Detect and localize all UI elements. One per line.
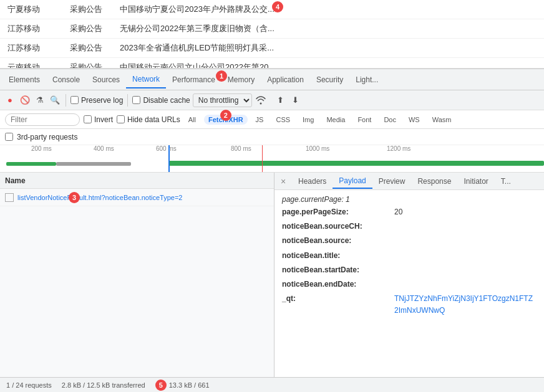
search-icon[interactable]: 🔍: [49, 94, 61, 107]
tab-memory[interactable]: Memory: [221, 72, 261, 88]
tab-performance[interactable]: Performance: [166, 72, 221, 88]
tab-sources[interactable]: Sources: [86, 72, 126, 88]
tab-security[interactable]: Security: [310, 72, 349, 88]
filter-media[interactable]: Media: [322, 115, 349, 125]
main-split: Name listVendorNoticeResult.html?noticeB…: [0, 173, 544, 377]
table-row: 宁夏移动采购公告中国移动宁夏公司2023年户外路牌及公交...: [0, 0, 544, 19]
request-row[interactable]: listVendorNoticeResult.html?noticeBean.n…: [0, 189, 274, 206]
detail-body: page.currentPage: 1 page.perPageSize:20n…: [274, 190, 544, 377]
tab-lighthouse[interactable]: Light...: [349, 72, 384, 88]
timeline-grey-bar: [56, 162, 131, 166]
tick-1000: 1000 ms: [306, 145, 329, 152]
tick-1200: 1200 ms: [387, 145, 410, 152]
detail-param: noticeBean.source:: [282, 235, 537, 247]
badge-2: 2: [220, 110, 231, 121]
status-size: 5 13.3 kB / 661: [155, 380, 210, 391]
request-list-body[interactable]: listVendorNoticeResult.html?noticeBean.n…: [0, 189, 274, 377]
timeline-green-bar: [6, 162, 56, 166]
badge-3: 3: [69, 192, 80, 203]
close-detail-button[interactable]: ×: [277, 175, 289, 188]
separator-1: [66, 94, 66, 107]
tab-elements[interactable]: Elements: [2, 72, 46, 88]
filter-ws[interactable]: WS: [404, 115, 424, 125]
tab-console[interactable]: Console: [46, 72, 86, 88]
top-table: 宁夏移动采购公告中国移动宁夏公司2023年户外路牌及公交...江苏移动采购公告无…: [0, 0, 544, 69]
table-row: 江苏移动采购公告无锡分公司2022年第三季度废旧物资（含...: [0, 19, 544, 39]
download-icon[interactable]: ⬇: [289, 94, 302, 107]
detail-param: noticeBean.startDate:: [282, 264, 537, 276]
request-file-icon: [5, 193, 14, 202]
detail-tab-bar: × Headers Payload Preview Response Initi…: [274, 173, 544, 190]
badge-1: 1: [216, 70, 227, 82]
detail-param: noticeBean.endDate:: [282, 279, 537, 290]
detail-param: _qt:TNjJTZYzNhFmYiZjN3IjY1FTOzgzN1FTZ2Im…: [282, 293, 537, 317]
tick-800: 800 ms: [231, 145, 251, 152]
table-row: 云南移动采购公告中国移动云南公司文山分公司2022年第20...: [0, 58, 544, 69]
third-party-checkbox[interactable]: [5, 133, 13, 141]
invert-checkbox[interactable]: Invert: [84, 115, 113, 124]
detail-tab-headers[interactable]: Headers: [292, 174, 333, 188]
stop-button[interactable]: 🚫: [19, 94, 31, 107]
detail-tab-payload[interactable]: Payload: [333, 174, 372, 189]
tick-600: 600 ms: [156, 145, 177, 152]
filter-wasm[interactable]: Wasm: [428, 115, 456, 125]
page-current-truncated: page.currentPage: 1: [282, 195, 537, 204]
filter-input[interactable]: [5, 113, 80, 126]
badge-5: 5: [155, 380, 167, 391]
status-bar: 1 / 24 requests 2.8 kB / 12.5 kB transfe…: [0, 377, 544, 392]
wifi-icon[interactable]: [255, 94, 267, 107]
timeline-vline-blue: [168, 145, 170, 172]
upload-icon[interactable]: ⬆: [274, 94, 287, 107]
detail-tab-initiator[interactable]: Initiator: [457, 174, 494, 188]
filter-icon[interactable]: ⚗: [34, 94, 46, 107]
devtools-panel: 1 Elements Console Sources Network Perfo…: [0, 69, 544, 392]
timeline-vline-red: [262, 145, 263, 172]
detail-param: page.perPageSize:20: [282, 206, 537, 218]
request-list: Name listVendorNoticeResult.html?noticeB…: [0, 173, 274, 377]
filter-all[interactable]: All: [184, 115, 200, 125]
filter-img[interactable]: Img: [298, 115, 318, 125]
detail-tab-preview[interactable]: Preview: [372, 174, 412, 188]
detail-panel: × Headers Payload Preview Response Initi…: [274, 173, 544, 377]
detail-params: page.perPageSize:20noticeBean.sourceCH:n…: [282, 206, 537, 317]
disable-cache-checkbox[interactable]: Disable cache: [132, 96, 190, 105]
tab-network[interactable]: Network: [126, 71, 166, 88]
preserve-log-checkbox[interactable]: Preserve log: [70, 96, 123, 105]
filter-doc[interactable]: Doc: [379, 115, 401, 125]
request-list-header: Name: [0, 173, 274, 189]
filter-font[interactable]: Font: [353, 115, 376, 125]
third-party-row: 3rd-party requests: [0, 129, 544, 145]
status-transferred: 2.8 kB / 12.5 kB transferred: [62, 381, 145, 389]
tick-400: 400 ms: [94, 145, 114, 152]
timeline-main-bar: [168, 161, 544, 166]
table-row: 江苏移动采购公告2023年全省通信机房LED节能照明灯具采...: [0, 39, 544, 58]
tab-application[interactable]: Application: [261, 72, 310, 88]
devtools-tab-bar: 1 Elements Console Sources Network Perfo…: [0, 69, 544, 90]
detail-tab-response[interactable]: Response: [411, 174, 457, 188]
filter-css[interactable]: CSS: [271, 115, 294, 125]
separator-2: [127, 94, 128, 107]
tick-200: 200 ms: [31, 145, 52, 152]
filter-js[interactable]: JS: [251, 115, 268, 125]
detail-tab-timing[interactable]: T...: [495, 174, 517, 188]
throttle-select[interactable]: No throttling: [193, 93, 252, 107]
status-requests: 1 / 24 requests: [6, 381, 52, 389]
detail-param: noticeBean.title:: [282, 250, 537, 262]
network-toolbar: ● 🚫 ⚗ 🔍 Preserve log Disable cache No th…: [0, 90, 544, 110]
filter-bar: Invert Hide data URLs All 2 Fetch/XHR JS…: [0, 110, 544, 129]
hide-data-urls-checkbox[interactable]: Hide data URLs: [117, 115, 180, 124]
record-button[interactable]: ●: [4, 94, 16, 107]
timeline-area: 200 ms 400 ms 600 ms 800 ms 1000 ms 1200…: [0, 145, 544, 173]
detail-param: noticeBean.sourceCH:: [282, 221, 537, 232]
